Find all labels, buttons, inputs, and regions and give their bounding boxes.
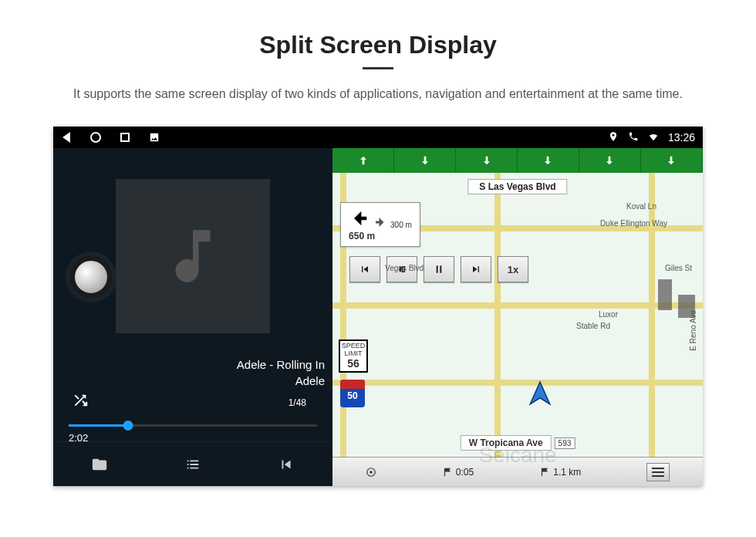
flag-icon [539, 467, 550, 478]
speed-limit-sign: SPEED LIMIT 56 [339, 339, 368, 373]
flag-icon [442, 467, 453, 478]
lane-arrow [579, 148, 641, 173]
lane-arrow [394, 148, 456, 173]
road-label: Vegas Blvd [385, 264, 424, 272]
progress-bar[interactable]: 2:02 [53, 424, 332, 427]
screenshot-icon[interactable] [149, 132, 160, 143]
lane-arrow [518, 148, 579, 173]
track-counter: 1/48 [289, 397, 314, 408]
nav-menu-button[interactable] [646, 463, 670, 481]
shuffle-button[interactable] [72, 392, 89, 412]
road-label: Giles St [665, 264, 692, 272]
sim-speed-button[interactable]: 1x [498, 256, 528, 282]
lane-arrow [456, 148, 518, 173]
nav-buttons [61, 132, 160, 143]
music-controls [53, 441, 332, 486]
wifi-icon [648, 131, 659, 144]
navigation-panel: S Las Vegas Blvd 300 m 650 m 1x [332, 148, 703, 486]
street-name-top: S Las Vegas Blvd [467, 179, 567, 194]
track-info: Adele - Rolling In Adele [53, 356, 332, 389]
lane-guidance [332, 148, 703, 173]
back-button[interactable] [61, 132, 72, 143]
street-number: 593 [555, 437, 575, 449]
turn-instruction: 300 m 650 m [340, 202, 420, 247]
status-icons: 13:26 [608, 131, 695, 144]
recent-button[interactable] [120, 132, 130, 143]
road-label: Duke Ellington Way [600, 219, 667, 228]
sim-pause-button[interactable] [424, 256, 454, 282]
eta-time: 0:05 [442, 467, 474, 478]
playlist-button[interactable] [147, 456, 238, 473]
sim-prev-button[interactable] [349, 256, 380, 282]
album-art[interactable] [116, 179, 270, 333]
position-cursor [525, 380, 555, 412]
map-mode-button[interactable] [366, 467, 376, 478]
sim-next-button[interactable] [461, 256, 491, 282]
page-title: Split Screen Display [259, 31, 497, 59]
page-subtitle: It supports the same screen display of t… [73, 85, 683, 103]
svg-point-3 [370, 471, 373, 474]
road-label: Stable Rd [576, 322, 610, 330]
track-title: Adele - Rolling In [53, 356, 325, 373]
phone-icon [628, 131, 639, 144]
sim-controls: 1x [349, 256, 528, 282]
track-artist: Adele [53, 373, 325, 389]
road-label: E Reno Ave [689, 310, 697, 351]
lane-arrow [641, 148, 703, 173]
street-name-bottom: W Tropicana Ave 593 [461, 435, 575, 451]
prev-button[interactable] [240, 456, 332, 473]
turn-right-icon [373, 215, 387, 229]
music-panel: Adele - Rolling In Adele 1/48 2:02 [53, 148, 332, 486]
device-screen: 13:26 Adele - Rolling In Adele 1/48 [53, 127, 703, 486]
split-container: Adele - Rolling In Adele 1/48 2:02 [53, 148, 703, 486]
turn-distance: 650 m [349, 231, 375, 241]
lane-arrow [332, 148, 394, 173]
nav-info-bar: 0:05 1.1 km [332, 457, 703, 486]
turn-left-icon [349, 208, 370, 229]
title-divider [363, 67, 393, 69]
location-icon [608, 131, 619, 144]
building-icon [658, 279, 672, 310]
elapsed-time: 2:02 [69, 432, 88, 444]
page: Split Screen Display It supports the sam… [0, 0, 756, 537]
joystick-icon[interactable] [70, 256, 112, 298]
road-label: Koval Ln [626, 202, 656, 211]
remaining-distance: 1.1 km [539, 467, 581, 478]
home-button[interactable] [90, 132, 101, 143]
clock: 13:26 [668, 131, 695, 144]
route-shield: 50 [340, 380, 365, 407]
status-bar: 13:26 [53, 127, 703, 148]
road-label: Luxor [599, 310, 618, 319]
folder-button[interactable] [54, 456, 146, 473]
next-turn-distance: 300 m [390, 221, 412, 229]
